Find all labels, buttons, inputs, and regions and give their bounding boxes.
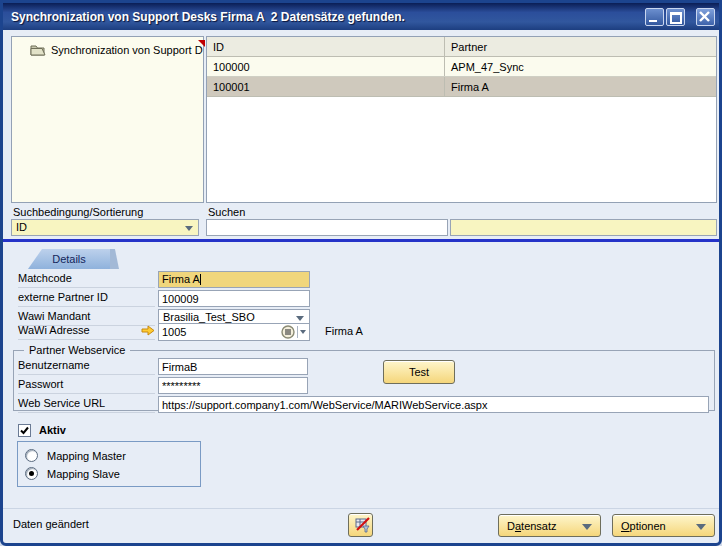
app-window: Synchronization von Support Desks Firma … — [0, 0, 722, 546]
search-condition-dropdown[interactable]: ID — [11, 219, 199, 236]
passwort-label: Passwort — [18, 378, 155, 394]
group-title: Partner Webservice — [24, 344, 130, 356]
webservice-url-label: Web Service URL — [18, 397, 155, 413]
close-button[interactable] — [696, 8, 715, 26]
radio-mapping-master[interactable]: Mapping Master — [25, 449, 126, 462]
divider — [297, 326, 298, 338]
column-header-id[interactable]: ID — [207, 37, 445, 56]
wawi-mandant-value: Brasilia_Test_SBO — [163, 311, 255, 323]
test-button[interactable]: Test — [383, 360, 455, 384]
wawi-adresse-linked-text: Firma A — [325, 325, 363, 337]
chevron-down-icon — [696, 524, 706, 530]
webservice-url-input[interactable] — [158, 396, 709, 413]
cell-id: 100000 — [207, 57, 445, 76]
search-input[interactable] — [206, 219, 448, 236]
maximize-button[interactable] — [666, 8, 685, 26]
text-cursor — [200, 274, 201, 285]
title-bar[interactable]: Synchronization von Support Desks Firma … — [3, 3, 719, 30]
tab-details[interactable]: Details — [28, 249, 110, 269]
folder-icon — [30, 43, 46, 56]
section-divider — [3, 239, 722, 242]
externe-partner-id-label: externe Partner ID — [18, 291, 155, 307]
tab-edge — [110, 249, 119, 269]
tree-panel: Synchronization von Support D — [11, 36, 204, 203]
optionen-menu-button[interactable]: Optionen — [612, 514, 715, 537]
search-highlight-strip — [450, 219, 717, 236]
chevron-down-icon[interactable] — [300, 330, 306, 334]
wawi-adresse-value: 1005 — [162, 326, 186, 338]
aktiv-label: Aktiv — [39, 424, 66, 436]
externe-partner-id-input[interactable] — [158, 290, 310, 307]
result-table: ID Partner 100000 APM_47_Sync 100001 Fir… — [206, 36, 717, 203]
close-icon — [699, 11, 710, 22]
remove-filter-button[interactable] — [348, 513, 373, 537]
passwort-input[interactable] — [158, 377, 308, 394]
radio-selected-icon — [25, 467, 38, 480]
minimize-button[interactable] — [645, 8, 664, 26]
chevron-down-icon — [582, 524, 592, 530]
chevron-down-icon — [185, 226, 193, 231]
matchcode-input[interactable]: Firma A — [158, 271, 310, 288]
truncation-marker-icon — [198, 40, 205, 47]
status-message: Daten geändert — [13, 518, 89, 530]
search-condition-label: Suchbedingung/Sortierung — [13, 206, 143, 218]
radio-label: Mapping Slave — [47, 468, 120, 480]
table-header-row: ID Partner — [207, 37, 716, 57]
label-part: tensatz — [521, 520, 556, 532]
radio-mapping-slave[interactable]: Mapping Slave — [25, 467, 120, 480]
label-part: ptionen — [630, 520, 666, 532]
maximize-icon — [670, 12, 682, 24]
aktiv-checkbox[interactable] — [18, 424, 31, 437]
search-label: Suchen — [208, 206, 245, 218]
chevron-down-icon — [296, 316, 304, 321]
matchcode-label: Matchcode — [18, 272, 155, 288]
minimize-icon — [649, 20, 657, 22]
link-arrow-icon[interactable] — [141, 325, 155, 336]
datensatz-menu-button[interactable]: Datensatz — [498, 514, 601, 537]
table-row[interactable]: 100000 APM_47_Sync — [207, 57, 716, 77]
wawi-adresse-label: WaWi Adresse — [18, 324, 155, 340]
remove-filter-icon — [355, 517, 372, 533]
table-row-selected[interactable]: 100001 Firma A — [207, 77, 716, 97]
cell-partner: APM_47_Sync — [445, 57, 716, 76]
benutzername-input[interactable] — [158, 358, 308, 375]
wawi-adresse-input[interactable]: 1005 — [158, 323, 310, 341]
cell-partner: Firma A — [445, 77, 716, 96]
radio-label: Mapping Master — [47, 450, 126, 462]
matchcode-value: Firma A — [162, 273, 200, 285]
tree-item-sync[interactable]: Synchronization von Support D — [30, 43, 203, 56]
column-header-partner[interactable]: Partner — [445, 37, 716, 56]
cell-id: 100001 — [207, 77, 445, 96]
radio-icon — [25, 449, 38, 462]
checkmark-icon — [19, 425, 30, 436]
label-part: D — [507, 520, 515, 532]
mapping-radio-group — [17, 441, 201, 487]
label-accel: O — [621, 520, 630, 532]
window-title: Synchronization von Support Desks Firma … — [11, 10, 405, 24]
search-condition-value: ID — [16, 221, 27, 233]
choose-from-list-icon[interactable] — [281, 325, 295, 339]
statusbar-divider — [3, 508, 722, 509]
tree-item-label: Synchronization von Support D — [51, 44, 203, 56]
benutzername-label: Benutzername — [18, 359, 155, 375]
